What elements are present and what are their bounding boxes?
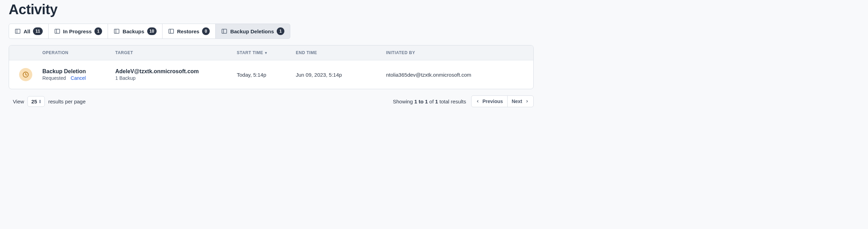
col-target[interactable]: Target <box>115 50 237 55</box>
svg-rect-4 <box>114 29 119 33</box>
tab-backup-deletions[interactable]: Backup Deletions 1 <box>215 24 290 39</box>
tab-restores[interactable]: Restores 0 <box>162 24 216 39</box>
chevron-left-icon <box>476 99 480 103</box>
col-start-time[interactable]: Start Time▼ <box>237 50 296 55</box>
pagination-bar: View 25 ▴▾ results per page Showing 1 to… <box>9 95 534 107</box>
results-per-page-label: results per page <box>48 99 86 104</box>
chevron-right-icon <box>525 99 529 103</box>
page-size-select[interactable]: 25 ▴▾ <box>27 96 45 107</box>
tab-label: In Progress <box>63 28 92 34</box>
target-title: AdeleV@tzxtk.onmicrosoft.com <box>115 68 237 75</box>
results-summary: Showing 1 to 1 of 1 total results <box>393 99 466 104</box>
start-time: Today, 5:14p <box>237 72 296 78</box>
target-sub: 1 Backup <box>115 75 237 81</box>
svg-rect-8 <box>222 29 227 33</box>
operation-status: Requested <box>42 75 66 81</box>
activity-table: Operation Target Start Time▼ End Time In… <box>9 45 534 89</box>
layout-icon <box>168 28 174 34</box>
tab-count-badge: 1 <box>277 27 284 35</box>
tab-label: All <box>24 28 30 34</box>
tab-count-badge: 10 <box>147 27 157 35</box>
view-label: View <box>13 99 24 104</box>
tab-backups[interactable]: Backups 10 <box>108 24 162 39</box>
operation-title: Backup Deletion <box>42 68 115 75</box>
page-size-value: 25 <box>31 99 37 104</box>
tab-label: Backup Deletions <box>230 28 274 34</box>
filter-tabs: All 11 In Progress 1 Backups 10 Restores… <box>9 24 534 39</box>
tab-count-badge: 1 <box>94 27 102 35</box>
previous-label: Previous <box>483 99 503 104</box>
next-button[interactable]: Next <box>507 95 534 107</box>
col-operation[interactable]: Operation <box>42 50 115 55</box>
svg-rect-0 <box>15 29 20 33</box>
layout-icon <box>114 28 120 34</box>
col-start-label: Start Time <box>237 50 263 55</box>
tab-in-progress[interactable]: In Progress 1 <box>48 24 108 39</box>
col-end-time[interactable]: End Time <box>296 50 386 55</box>
previous-button[interactable]: Previous <box>471 95 508 107</box>
svg-rect-6 <box>169 29 174 33</box>
tab-label: Backups <box>123 28 144 34</box>
page-title: Activity <box>9 2 534 17</box>
initiated-by: ntolia365dev@tzxtk.onmicrosoft.com <box>386 72 533 78</box>
stepper-icon: ▴▾ <box>39 99 41 103</box>
svg-rect-2 <box>55 29 60 33</box>
tab-label: Restores <box>177 28 199 34</box>
layout-icon <box>54 28 60 34</box>
col-initiated-by[interactable]: Initiated By <box>386 50 533 55</box>
end-time: Jun 09, 2023, 5:14p <box>296 72 386 78</box>
pager: Previous Next <box>471 95 534 107</box>
status-pending-icon <box>19 68 32 81</box>
tab-count-badge: 11 <box>33 27 42 35</box>
tab-all[interactable]: All 11 <box>9 24 49 39</box>
tab-count-badge: 0 <box>202 27 210 35</box>
layout-icon <box>15 28 21 34</box>
next-label: Next <box>512 99 522 104</box>
layout-icon <box>221 28 227 34</box>
table-row: Backup Deletion Requested Cancel AdeleV@… <box>9 60 533 89</box>
sort-desc-icon: ▼ <box>264 51 268 55</box>
table-header: Operation Target Start Time▼ End Time In… <box>9 45 533 60</box>
cancel-link[interactable]: Cancel <box>71 75 86 81</box>
